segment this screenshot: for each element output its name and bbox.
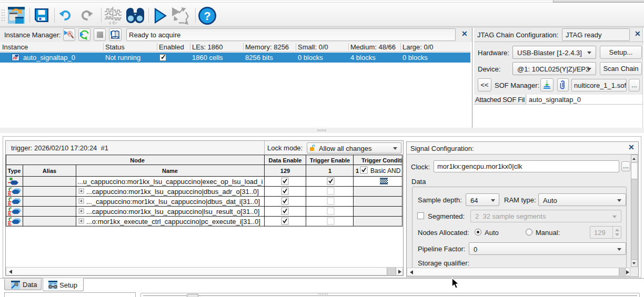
svg-text:1: 1 [356,168,359,174]
svg-text:...cappuccino:mor1kx_lsu_cappu: ...cappuccino:mor1kx_lsu_cappuccino|dbus… [86,188,259,196]
svg-text:...o:mor1kx_execute_ctrl_cappu: ...o:mor1kx_execute_ctrl_cappuccino|pc_e… [86,218,260,226]
svg-text:Data Enable: Data Enable [269,157,302,163]
svg-text:1: 1 [328,168,331,174]
svg-text:...u_cappuccino:mor1kx_lsu_cap: ...u_cappuccino:mor1kx_lsu_cappuccino|ex… [77,178,263,186]
svg-text:Name: Name [162,168,178,174]
svg-text:...cappuccino:mor1kx_lsu_cappu: ...cappuccino:mor1kx_lsu_cappuccino|lsu_… [86,208,259,216]
svg-text:Trigger Conditio: Trigger Conditio [361,157,402,163]
svg-text:Basic AND: Basic AND [370,167,401,175]
svg-text:Trigger Enable: Trigger Enable [310,157,350,163]
svg-text:..._cappuccino:mor1kx_lsu_capp: ..._cappuccino:mor1kx_lsu_cappuccino|dbu… [86,198,260,206]
svg-text:Type: Type [8,168,21,174]
svg-text:?: ? [204,9,210,23]
svg-text:129: 129 [280,168,290,174]
svg-text:Alias: Alias [43,168,56,174]
svg-text:Node: Node [130,157,145,163]
